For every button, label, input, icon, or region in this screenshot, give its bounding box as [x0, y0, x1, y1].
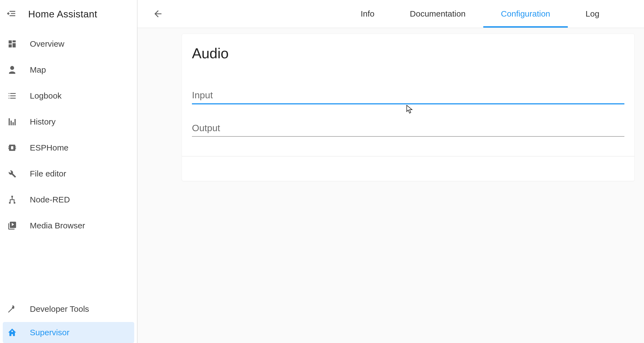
sidebar-nav: Overview Map Logbook History ESPHome — [0, 28, 137, 343]
back-button[interactable] — [150, 6, 166, 22]
main: Info Documentation Configuration Log Aud… — [138, 0, 644, 343]
sidebar-header: Home Assistant — [0, 0, 137, 28]
audio-output-select[interactable]: Output — [192, 121, 624, 137]
content: Audio Input Output — [138, 28, 644, 343]
sidebar-item-label: Node-RED — [30, 195, 70, 204]
dashboard-icon — [7, 39, 17, 49]
sidebar-item-file-editor[interactable]: File editor — [0, 161, 137, 187]
menu-collapse-icon[interactable] — [6, 8, 17, 20]
list-icon — [7, 91, 17, 101]
audio-output-field[interactable]: Output — [192, 121, 624, 137]
sidebar-item-label: Map — [30, 65, 46, 75]
hammer-icon — [7, 304, 17, 314]
play-box-multiple-icon — [7, 221, 17, 230]
sidebar-item-map[interactable]: Map — [0, 57, 137, 83]
card-title: Audio — [192, 45, 624, 62]
sidebar-item-esphome[interactable]: ESPHome — [0, 135, 137, 161]
sidebar-item-media-browser[interactable]: Media Browser — [0, 213, 137, 239]
card-body: Audio Input Output — [182, 34, 634, 156]
sidebar-item-label: ESPHome — [30, 143, 68, 152]
sidebar-item-label: Overview — [30, 39, 64, 49]
sidebar-item-supervisor[interactable]: Supervisor — [3, 322, 134, 343]
sidebar-spacer — [0, 239, 137, 296]
tab-configuration[interactable]: Configuration — [483, 0, 568, 28]
tab-documentation[interactable]: Documentation — [392, 0, 483, 28]
topbar: Info Documentation Configuration Log — [138, 0, 644, 28]
sidebar: Home Assistant Overview Map Logbook Hist… — [0, 0, 138, 343]
sidebar-item-label: Developer Tools — [30, 304, 89, 314]
chip-icon — [7, 143, 17, 152]
sidebar-item-label: File editor — [30, 169, 66, 178]
audio-card: Audio Input Output — [182, 34, 635, 181]
card-footer — [182, 156, 634, 181]
sidebar-item-label: Logbook — [30, 91, 62, 101]
sitemap-icon — [7, 195, 17, 204]
sidebar-item-overview[interactable]: Overview — [0, 31, 137, 57]
sidebar-item-logbook[interactable]: Logbook — [0, 83, 137, 109]
sidebar-item-label: History — [30, 117, 56, 126]
audio-input-select[interactable]: Input — [192, 88, 624, 104]
sidebar-item-history[interactable]: History — [0, 109, 137, 135]
sidebar-item-label: Supervisor — [30, 328, 69, 337]
sidebar-item-node-red[interactable]: Node-RED — [0, 187, 137, 213]
wrench-icon — [7, 169, 17, 178]
account-icon — [7, 65, 17, 75]
tab-log[interactable]: Log — [568, 0, 617, 28]
app-title: Home Assistant — [28, 9, 97, 20]
home-assistant-icon — [7, 328, 17, 337]
tabs: Info Documentation Configuration Log — [343, 0, 617, 28]
arrow-left-icon — [153, 9, 163, 19]
audio-input-field[interactable]: Input — [192, 88, 624, 104]
sidebar-item-developer-tools[interactable]: Developer Tools — [0, 296, 137, 322]
sidebar-item-label: Media Browser — [30, 221, 85, 230]
tab-info[interactable]: Info — [343, 0, 392, 28]
chart-bar-icon — [7, 117, 17, 126]
